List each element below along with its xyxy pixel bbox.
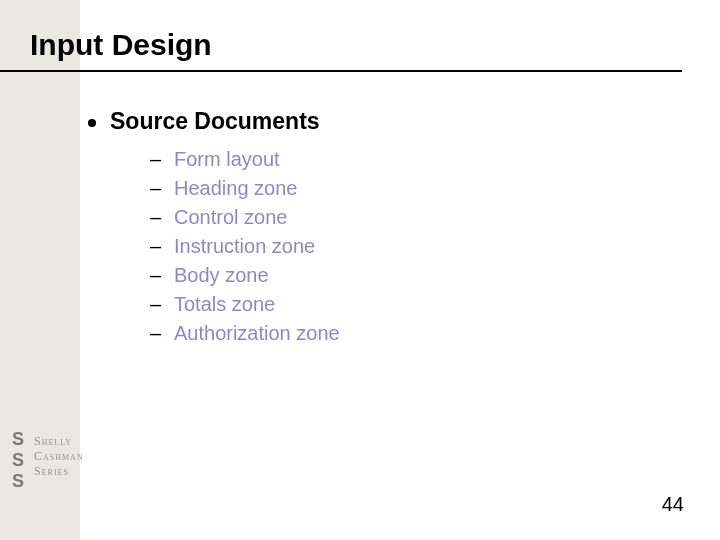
list-item-label: Form layout (174, 148, 280, 171)
logo-line: Series (34, 464, 84, 479)
logo-line: Shelly (34, 434, 84, 449)
logo-s-icon: SSS (12, 430, 32, 490)
publisher-logo: SSS Shelly Cashman Series (12, 430, 90, 490)
bullet-item: Source Documents (88, 108, 320, 135)
bullet-dot-icon (88, 119, 96, 127)
list-item: – Body zone (150, 264, 340, 287)
logo-text: Shelly Cashman Series (34, 434, 84, 479)
dash-icon: – (150, 293, 174, 316)
logo-line: Cashman (34, 449, 84, 464)
dash-icon: – (150, 206, 174, 229)
slide-title: Input Design (30, 28, 212, 62)
list-item: – Form layout (150, 148, 340, 171)
dash-icon: – (150, 322, 174, 345)
list-item: – Totals zone (150, 293, 340, 316)
list-item-label: Instruction zone (174, 235, 315, 258)
sub-list: – Form layout – Heading zone – Control z… (150, 148, 340, 351)
title-underline (0, 70, 682, 72)
dash-icon: – (150, 235, 174, 258)
list-item-label: Control zone (174, 206, 287, 229)
list-item: – Heading zone (150, 177, 340, 200)
list-item-label: Totals zone (174, 293, 275, 316)
list-item: – Control zone (150, 206, 340, 229)
dash-icon: – (150, 148, 174, 171)
dash-icon: – (150, 264, 174, 287)
bullet-text: Source Documents (110, 108, 320, 135)
list-item-label: Authorization zone (174, 322, 340, 345)
list-item-label: Heading zone (174, 177, 297, 200)
list-item-label: Body zone (174, 264, 269, 287)
dash-icon: – (150, 177, 174, 200)
list-item: – Instruction zone (150, 235, 340, 258)
page-number: 44 (662, 493, 684, 516)
list-item: – Authorization zone (150, 322, 340, 345)
